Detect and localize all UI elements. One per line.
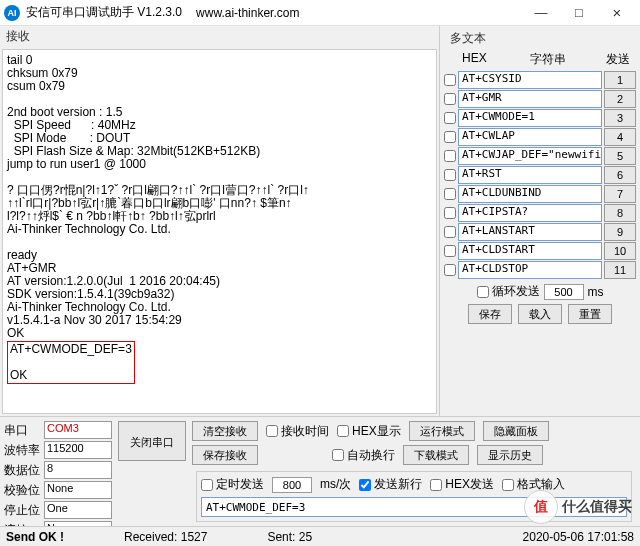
loop-unit: ms — [588, 285, 604, 299]
cmd-send-button[interactable]: 7 — [604, 185, 636, 203]
cmd-text-input[interactable]: AT+CWJAP_DEF="newwifi — [458, 147, 602, 165]
cmd-send-button[interactable]: 8 — [604, 204, 636, 222]
port-settings: 串口 COM3 波特率 115200 数据位 8 校验位 None 停止位 On… — [4, 421, 112, 539]
load-button[interactable]: 载入 — [518, 304, 562, 324]
download-mode-button[interactable]: 下载模式 — [403, 445, 469, 465]
cmd-row: AT+CWMODE=1 3 — [444, 109, 636, 127]
save-recv-button[interactable]: 保存接收 — [192, 445, 258, 465]
close-button[interactable]: × — [598, 1, 636, 25]
status-send-ok: Send OK ! — [6, 530, 64, 544]
loop-send-checkbox[interactable]: 循环发送 — [477, 283, 540, 300]
cmd-row: AT+CSYSID 1 — [444, 71, 636, 89]
status-bar: Send OK ! Received: 1527 Sent: 25 2020-0… — [0, 526, 640, 546]
cmd-row: AT+GMR 2 — [444, 90, 636, 108]
baud-label: 波特率 — [4, 442, 40, 459]
baud-select[interactable]: 115200 — [44, 441, 112, 459]
hex-send-checkbox[interactable]: HEX发送 — [430, 476, 494, 493]
timed-interval-input[interactable] — [272, 477, 312, 493]
cmd-row: AT+CIPSTA? 8 — [444, 204, 636, 222]
cmd-text-input[interactable]: AT+CLDSTART — [458, 242, 602, 260]
cmd-row: AT+CWLAP 4 — [444, 128, 636, 146]
cmd-text-input[interactable]: AT+RST — [458, 166, 602, 184]
multi-text-label: 多文本 — [444, 28, 636, 49]
receive-textarea[interactable]: tail 0 chksum 0x79 csum 0x79 2nd boot ve… — [2, 49, 437, 414]
cmd-send-button[interactable]: 11 — [604, 261, 636, 279]
run-mode-button[interactable]: 运行模式 — [409, 421, 475, 441]
stopbits-label: 停止位 — [4, 502, 40, 519]
receive-panel: 接收 tail 0 chksum 0x79 csum 0x79 2nd boot… — [0, 26, 440, 416]
watermark-icon: 值 — [524, 490, 558, 524]
send-newline-checkbox[interactable]: 发送新行 — [359, 476, 422, 493]
auto-wrap-checkbox[interactable]: 自动换行 — [332, 447, 395, 464]
status-time: 2020-05-06 17:01:58 — [523, 530, 634, 544]
cmd-row: AT+LANSTART 9 — [444, 223, 636, 241]
cmd-row: AT+CWJAP_DEF="newwifi 5 — [444, 147, 636, 165]
cmd-row: AT+CLDUNBIND 7 — [444, 185, 636, 203]
cmd-hex-checkbox[interactable] — [444, 131, 456, 143]
status-received: Received: 1527 — [124, 530, 207, 544]
cmd-send-button[interactable]: 4 — [604, 128, 636, 146]
cmd-send-button[interactable]: 9 — [604, 223, 636, 241]
clear-recv-button[interactable]: 清空接收 — [192, 421, 258, 441]
cmd-text-input[interactable]: AT+CLDSTOP — [458, 261, 602, 279]
send-col-label: 发送 — [600, 51, 636, 68]
cmd-row: AT+CLDSTART 10 — [444, 242, 636, 260]
watermark-text: 什么值得买 — [562, 498, 632, 516]
hex-col-label: HEX — [462, 51, 496, 68]
str-col-label: 字符串 — [496, 51, 600, 68]
multi-text-header: HEX 字符串 发送 — [444, 49, 636, 70]
app-icon: AI — [4, 5, 20, 21]
hide-panel-button[interactable]: 隐藏面板 — [483, 421, 549, 441]
cmd-hex-checkbox[interactable] — [444, 112, 456, 124]
loop-interval-input[interactable] — [544, 284, 584, 300]
multi-text-panel: 多文本 HEX 字符串 发送 AT+CSYSID 1 AT+GMR 2 AT+C… — [440, 26, 640, 416]
databits-select[interactable]: 8 — [44, 461, 112, 479]
cmd-send-button[interactable]: 10 — [604, 242, 636, 260]
minimize-button[interactable]: — — [522, 1, 560, 25]
titlebar: AI 安信可串口调试助手 V1.2.3.0 www.ai-thinker.com… — [0, 0, 640, 26]
stopbits-select[interactable]: One — [44, 501, 112, 519]
cmd-hex-checkbox[interactable] — [444, 226, 456, 238]
status-sent: Sent: 25 — [267, 530, 312, 544]
cmd-hex-checkbox[interactable] — [444, 188, 456, 200]
receive-label: 接收 — [0, 26, 439, 47]
hex-display-checkbox[interactable]: HEX显示 — [337, 423, 401, 440]
databits-label: 数据位 — [4, 462, 40, 479]
recv-time-checkbox[interactable]: 接收时间 — [266, 423, 329, 440]
show-history-button[interactable]: 显示历史 — [477, 445, 543, 465]
cmd-hex-checkbox[interactable] — [444, 150, 456, 162]
watermark: 值 什么值得买 — [524, 490, 632, 524]
cmd-text-input[interactable]: AT+CSYSID — [458, 71, 602, 89]
cmd-send-button[interactable]: 3 — [604, 109, 636, 127]
port-select[interactable]: COM3 — [44, 421, 112, 439]
cmd-hex-checkbox[interactable] — [444, 264, 456, 276]
timed-send-checkbox[interactable]: 定时发送 — [201, 476, 264, 493]
receive-content: tail 0 chksum 0x79 csum 0x79 2nd boot ve… — [7, 53, 309, 340]
cmd-text-input[interactable]: AT+GMR — [458, 90, 602, 108]
save-button[interactable]: 保存 — [468, 304, 512, 324]
cmd-send-button[interactable]: 6 — [604, 166, 636, 184]
cmd-send-button[interactable]: 2 — [604, 90, 636, 108]
cmd-row: AT+RST 6 — [444, 166, 636, 184]
cmd-send-button[interactable]: 5 — [604, 147, 636, 165]
cmd-hex-checkbox[interactable] — [444, 169, 456, 181]
cmd-text-input[interactable]: AT+CLDUNBIND — [458, 185, 602, 203]
parity-select[interactable]: None — [44, 481, 112, 499]
maximize-button[interactable]: □ — [560, 1, 598, 25]
cmd-text-input[interactable]: AT+LANSTART — [458, 223, 602, 241]
highlighted-output: AT+CWMODE_DEF=3 OK — [7, 341, 135, 384]
cmd-text-input[interactable]: AT+CWLAP — [458, 128, 602, 146]
parity-label: 校验位 — [4, 482, 40, 499]
cmd-hex-checkbox[interactable] — [444, 245, 456, 257]
cmd-hex-checkbox[interactable] — [444, 207, 456, 219]
cmd-hex-checkbox[interactable] — [444, 74, 456, 86]
close-port-button[interactable]: 关闭串口 — [118, 421, 186, 461]
cmd-text-input[interactable]: AT+CIPSTA? — [458, 204, 602, 222]
cmd-text-input[interactable]: AT+CWMODE=1 — [458, 109, 602, 127]
cmd-row: AT+CLDSTOP 11 — [444, 261, 636, 279]
timed-unit: ms/次 — [320, 476, 351, 493]
port-label: 串口 — [4, 422, 40, 439]
cmd-send-button[interactable]: 1 — [604, 71, 636, 89]
cmd-hex-checkbox[interactable] — [444, 93, 456, 105]
reset-button[interactable]: 重置 — [568, 304, 612, 324]
